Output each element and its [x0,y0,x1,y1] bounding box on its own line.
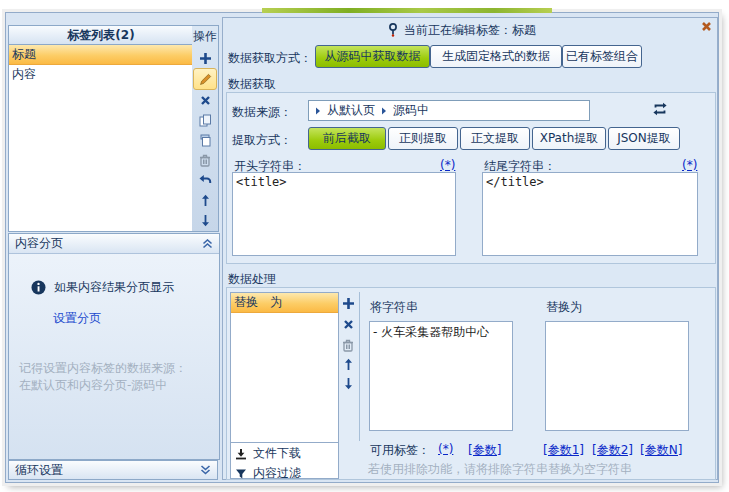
paste-tag-button[interactable] [194,130,216,150]
undo-button[interactable] [194,170,216,190]
move-down-button[interactable] [194,210,216,230]
edit-tag-button[interactable] [193,68,217,90]
end-string-wildcard-link[interactable]: (*) [682,158,697,172]
remove-rule-button[interactable] [343,319,354,330]
source-label: 数据来源： [232,104,292,121]
tag-list-panel: 标签列表(2) 标题 内容 [8,25,194,232]
content-filter-label: 内容过滤 [253,465,301,482]
to-string-label: 替换为 [546,299,582,316]
x-icon [200,95,211,106]
file-download-row[interactable]: 文件下载 [231,443,338,464]
tag-list-header: 标签列表(2) [9,26,193,45]
breadcrumb-arrow-icon [381,107,387,115]
exclude-hint: 若使用排除功能，请将排除字符串替换为空字符串 [368,461,632,478]
info-icon [31,280,46,295]
extract-tab-before-after[interactable]: 前后截取 [308,127,386,150]
to-string-input[interactable] [545,321,689,431]
tag-list-item-selected[interactable]: 标题 [9,45,193,65]
pencil-icon [199,73,212,86]
set-paging-link[interactable]: 设置分页 [53,310,101,327]
tag-link-paramN[interactable]: [参数N] [640,442,682,459]
fetch-group-title: 数据获取 [228,76,276,93]
arrow-down-icon [344,377,353,390]
collapse-down-icon[interactable] [200,465,211,475]
tag-list-title: 标签列表(2) [67,27,134,44]
paging-note: 记得设置内容标签的数据来源： 在默认页和内容分页-源码中 [19,360,187,394]
editor-header-text: 当前正在编辑标签：标题 [404,22,536,39]
method-label: 数据获取方式： [228,50,312,67]
file-download-label: 文件下载 [253,445,301,462]
close-icon [701,21,712,32]
content-paging-header[interactable]: 内容分页 [9,234,219,254]
tag-link-param[interactable]: [参数] [468,442,501,459]
move-up-button[interactable] [194,190,216,210]
extract-tab-regex[interactable]: 正则提取 [388,127,458,150]
extract-tab-xpath[interactable]: XPath提取 [532,127,606,150]
tag-link-wildcard[interactable]: (*) [438,442,453,456]
editor-header: 当前正在编辑标签：标题 [222,20,702,40]
source-step-default-page: 从默认页 [327,102,375,119]
paging-note-line1: 记得设置内容标签的数据来源： [19,360,187,377]
arrow-up-icon [201,194,210,207]
content-filter-row[interactable]: 内容过滤 [231,464,338,483]
paging-note-line2: 在默认页和内容分页-源码中 [19,377,187,394]
process-rule-item-selected[interactable]: 替换 为 [231,293,338,313]
add-tag-button[interactable] [194,48,216,68]
tag-list-item[interactable]: 内容 [9,65,193,84]
pin-icon [388,23,398,37]
from-string-input[interactable]: - 火车采集器帮助中心 [369,321,513,431]
x-icon [343,319,354,330]
paste-icon [199,134,212,147]
breadcrumb-arrow-icon [315,107,321,115]
extract-label: 提取方式： [232,132,292,149]
loop-settings-bar[interactable]: 循环设置 [8,460,218,480]
undo-icon [198,174,212,186]
refresh-button[interactable] [652,102,668,116]
close-button[interactable] [701,21,712,32]
copy-tag-button[interactable] [194,110,216,130]
extract-tab-json[interactable]: JSON提取 [608,127,680,150]
copy-icon [199,114,212,127]
method-tab-from-source[interactable]: 从源码中获取数据 [315,45,430,68]
source-combo[interactable]: 从默认页 源码中 [308,100,590,121]
method-tab-tag-combine[interactable]: 已有标签组合 [562,45,642,68]
clear-rules-button[interactable] [342,339,354,352]
source-step-source-code: 源码中 [393,102,429,119]
tag-ops-toolbar: 操作 [192,25,219,232]
tag-link-param2[interactable]: [参数2] [592,442,633,459]
clear-tags-button[interactable] [194,150,216,170]
paging-info-text: 如果内容结果分页显示 [54,279,174,296]
process-vertical-divider [359,292,360,441]
plus-icon [199,52,212,65]
refresh-icon [652,102,668,116]
trash-icon [342,339,354,352]
paging-info-row: 如果内容结果分页显示 [31,279,174,296]
add-rule-button[interactable] [342,297,355,310]
rule-up-button[interactable] [344,358,353,371]
torn-edge-artifact [262,8,552,13]
content-paging-panel: 内容分页 如果内容结果分页显示 设置分页 记得设置内容标签的数据来源： 在默认页… [8,233,220,460]
extract-tab-body-text[interactable]: 正文提取 [460,127,530,150]
plus-icon [342,297,355,310]
end-string-input[interactable]: </title> [482,172,698,256]
process-extra-box: 文件下载 内容过滤 [230,442,339,479]
tag-link-param1[interactable]: [参数1] [543,442,584,459]
collapse-up-icon[interactable] [202,239,213,249]
method-tab-fixed-format[interactable]: 生成固定格式的数据 [430,45,562,68]
from-string-label: 将字符串 [370,299,418,316]
loop-settings-title: 循环设置 [15,462,63,479]
filter-icon [235,468,247,480]
arrow-up-icon [344,358,353,371]
start-string-input[interactable]: <title> [232,172,456,256]
delete-tag-button[interactable] [194,90,216,110]
process-group-title: 数据处理 [228,271,276,288]
download-icon [235,448,247,460]
process-rule-list: 替换 为 [230,292,339,443]
rule-down-button[interactable] [344,377,353,390]
trash-icon [199,154,211,167]
content-paging-title: 内容分页 [15,235,63,252]
ops-title: 操作 [193,28,217,45]
available-tags-label: 可用标签： [370,442,430,459]
start-string-wildcard-link[interactable]: (*) [440,158,455,172]
arrow-down-icon [201,214,210,227]
